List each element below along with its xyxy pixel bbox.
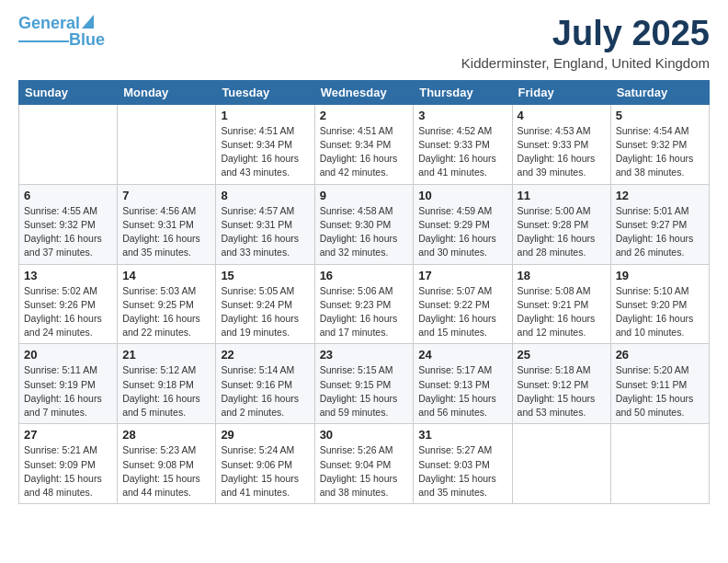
day-number: 8 (221, 189, 309, 202)
calendar-cell: 1Sunrise: 4:51 AMSunset: 9:34 PMDaylight… (216, 104, 314, 184)
day-number: 31 (418, 428, 506, 442)
calendar-cell (512, 424, 610, 504)
col-header-saturday: Saturday (610, 80, 709, 104)
day-detail: Sunrise: 5:11 AMSunset: 9:19 PMDaylight:… (24, 363, 112, 419)
day-detail: Sunrise: 5:01 AMSunset: 9:27 PMDaylight:… (616, 204, 704, 260)
day-detail: Sunrise: 4:55 AMSunset: 9:32 PMDaylight:… (24, 204, 112, 260)
svg-marker-0 (82, 15, 94, 29)
day-detail: Sunrise: 4:51 AMSunset: 9:34 PMDaylight:… (320, 124, 409, 180)
day-number: 4 (518, 109, 606, 122)
day-detail: Sunrise: 5:02 AMSunset: 9:26 PMDaylight:… (24, 284, 112, 340)
calendar-cell (610, 424, 709, 504)
calendar-cell: 18Sunrise: 5:08 AMSunset: 9:21 PMDayligh… (512, 264, 610, 344)
calendar-cell: 27Sunrise: 5:21 AMSunset: 9:09 PMDayligh… (19, 424, 118, 504)
calendar-cell: 14Sunrise: 5:03 AMSunset: 9:25 PMDayligh… (118, 264, 216, 344)
day-detail: Sunrise: 4:59 AMSunset: 9:29 PMDaylight:… (418, 204, 506, 260)
location: Kidderminster, England, United Kingdom (461, 55, 710, 71)
calendar-cell: 28Sunrise: 5:23 AMSunset: 9:08 PMDayligh… (118, 424, 216, 504)
logo-line (18, 40, 69, 42)
calendar-cell: 22Sunrise: 5:14 AMSunset: 9:16 PMDayligh… (216, 344, 314, 424)
calendar-cell: 19Sunrise: 5:10 AMSunset: 9:20 PMDayligh… (610, 264, 709, 344)
day-detail: Sunrise: 5:23 AMSunset: 9:08 PMDaylight:… (122, 443, 210, 500)
day-detail: Sunrise: 5:12 AMSunset: 9:18 PMDaylight:… (122, 363, 210, 419)
day-detail: Sunrise: 4:54 AMSunset: 9:32 PMDaylight:… (616, 124, 704, 180)
day-number: 16 (320, 269, 409, 282)
day-detail: Sunrise: 4:51 AMSunset: 9:34 PMDaylight:… (221, 124, 309, 180)
day-number: 23 (320, 348, 409, 362)
calendar-cell: 13Sunrise: 5:02 AMSunset: 9:26 PMDayligh… (19, 264, 118, 344)
calendar-cell: 4Sunrise: 4:53 AMSunset: 9:33 PMDaylight… (512, 104, 610, 184)
logo-general: General (18, 14, 80, 32)
day-number: 29 (221, 428, 309, 442)
day-number: 13 (24, 269, 112, 282)
calendar-cell: 25Sunrise: 5:18 AMSunset: 9:12 PMDayligh… (512, 344, 610, 424)
calendar-cell: 7Sunrise: 4:56 AMSunset: 9:31 PMDaylight… (118, 184, 216, 264)
calendar-cell: 10Sunrise: 4:59 AMSunset: 9:29 PMDayligh… (414, 184, 512, 264)
calendar-cell: 3Sunrise: 4:52 AMSunset: 9:33 PMDaylight… (414, 104, 512, 184)
calendar-cell: 31Sunrise: 5:27 AMSunset: 9:03 PMDayligh… (414, 424, 512, 504)
day-number: 14 (122, 269, 210, 282)
day-number: 7 (122, 189, 210, 202)
day-detail: Sunrise: 5:27 AMSunset: 9:03 PMDaylight:… (418, 443, 506, 500)
calendar-cell: 5Sunrise: 4:54 AMSunset: 9:32 PMDaylight… (610, 104, 709, 184)
calendar-cell: 29Sunrise: 5:24 AMSunset: 9:06 PMDayligh… (216, 424, 314, 504)
calendar-cell: 2Sunrise: 4:51 AMSunset: 9:34 PMDaylight… (314, 104, 414, 184)
day-detail: Sunrise: 4:58 AMSunset: 9:30 PMDaylight:… (320, 204, 409, 260)
month-title: July 2025 (461, 15, 710, 53)
calendar-cell: 21Sunrise: 5:12 AMSunset: 9:18 PMDayligh… (118, 344, 216, 424)
day-detail: Sunrise: 4:57 AMSunset: 9:31 PMDaylight:… (221, 204, 309, 260)
calendar-cell: 16Sunrise: 5:06 AMSunset: 9:23 PMDayligh… (314, 264, 414, 344)
day-detail: Sunrise: 5:21 AMSunset: 9:09 PMDaylight:… (24, 443, 112, 500)
day-number: 6 (24, 189, 112, 202)
title-block: July 2025 Kidderminster, England, United… (461, 15, 710, 71)
day-detail: Sunrise: 5:14 AMSunset: 9:16 PMDaylight:… (221, 363, 309, 419)
calendar-cell (118, 104, 216, 184)
calendar-cell: 11Sunrise: 5:00 AMSunset: 9:28 PMDayligh… (512, 184, 610, 264)
day-detail: Sunrise: 5:20 AMSunset: 9:11 PMDaylight:… (616, 363, 704, 419)
day-detail: Sunrise: 5:06 AMSunset: 9:23 PMDaylight:… (320, 284, 409, 340)
logo: General Blue (18, 15, 105, 50)
calendar-cell: 17Sunrise: 5:07 AMSunset: 9:22 PMDayligh… (414, 264, 512, 344)
day-number: 27 (24, 428, 112, 442)
calendar-cell: 9Sunrise: 4:58 AMSunset: 9:30 PMDaylight… (314, 184, 414, 264)
day-detail: Sunrise: 5:24 AMSunset: 9:06 PMDaylight:… (221, 443, 309, 500)
day-detail: Sunrise: 5:08 AMSunset: 9:21 PMDaylight:… (518, 284, 606, 340)
day-number: 5 (616, 109, 704, 122)
calendar-week-2: 6Sunrise: 4:55 AMSunset: 9:32 PMDaylight… (19, 184, 710, 264)
page: General Blue July 2025 Kidderminster, En… (0, 0, 728, 563)
col-header-friday: Friday (512, 80, 610, 104)
calendar-week-1: 1Sunrise: 4:51 AMSunset: 9:34 PMDaylight… (19, 104, 710, 184)
day-number: 19 (616, 269, 704, 282)
col-header-monday: Monday (118, 80, 216, 104)
day-detail: Sunrise: 4:52 AMSunset: 9:33 PMDaylight:… (418, 124, 506, 180)
day-number: 26 (616, 348, 704, 362)
calendar-cell: 30Sunrise: 5:26 AMSunset: 9:04 PMDayligh… (314, 424, 414, 504)
header: General Blue July 2025 Kidderminster, En… (18, 15, 710, 71)
calendar-cell: 24Sunrise: 5:17 AMSunset: 9:13 PMDayligh… (414, 344, 512, 424)
col-header-tuesday: Tuesday (216, 80, 314, 104)
day-detail: Sunrise: 5:07 AMSunset: 9:22 PMDaylight:… (418, 284, 506, 340)
day-number: 20 (24, 348, 112, 362)
calendar-week-5: 27Sunrise: 5:21 AMSunset: 9:09 PMDayligh… (19, 424, 710, 504)
day-detail: Sunrise: 5:05 AMSunset: 9:24 PMDaylight:… (221, 284, 309, 340)
day-number: 15 (221, 269, 309, 282)
day-number: 28 (122, 428, 210, 442)
calendar-header-row: Sunday Monday Tuesday Wednesday Thursday… (19, 80, 710, 104)
day-detail: Sunrise: 5:10 AMSunset: 9:20 PMDaylight:… (616, 284, 704, 340)
day-number: 30 (320, 428, 409, 442)
day-number: 22 (221, 348, 309, 362)
day-number: 9 (320, 189, 409, 202)
calendar-cell: 26Sunrise: 5:20 AMSunset: 9:11 PMDayligh… (610, 344, 709, 424)
calendar-cell: 8Sunrise: 4:57 AMSunset: 9:31 PMDaylight… (216, 184, 314, 264)
day-number: 17 (418, 269, 506, 282)
day-number: 10 (418, 189, 506, 202)
day-number: 12 (616, 189, 704, 202)
day-detail: Sunrise: 4:53 AMSunset: 9:33 PMDaylight:… (518, 124, 606, 180)
day-number: 21 (122, 348, 210, 362)
calendar-cell: 23Sunrise: 5:15 AMSunset: 9:15 PMDayligh… (314, 344, 414, 424)
day-detail: Sunrise: 5:03 AMSunset: 9:25 PMDaylight:… (122, 284, 210, 340)
logo-blue: Blue (69, 31, 105, 50)
day-detail: Sunrise: 4:56 AMSunset: 9:31 PMDaylight:… (122, 204, 210, 260)
day-number: 18 (518, 269, 606, 282)
calendar-week-3: 13Sunrise: 5:02 AMSunset: 9:26 PMDayligh… (19, 264, 710, 344)
